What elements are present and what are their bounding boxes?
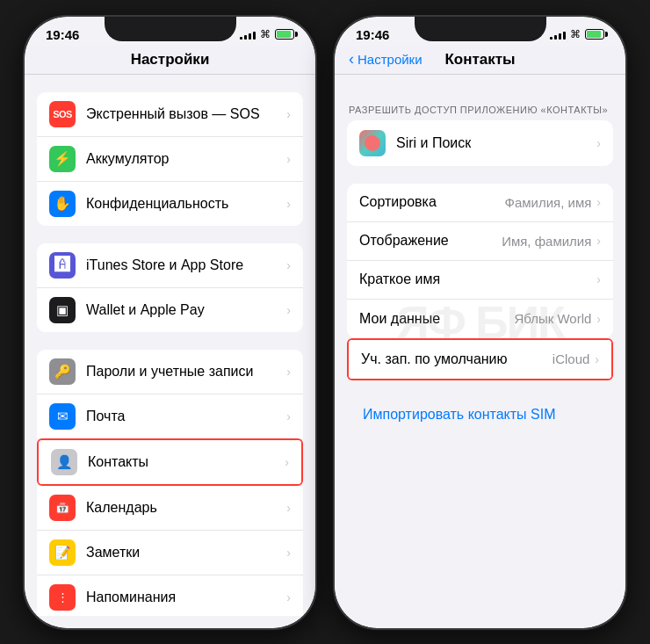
list-group-itunes: 🅰 iTunes Store и App Store › ▣ Wallet и … xyxy=(37,243,303,332)
battery-chevron: › xyxy=(286,152,291,166)
notch-2 xyxy=(415,17,546,41)
status-icons-1: ⌘ xyxy=(240,28,294,40)
default-account-chevron: › xyxy=(595,352,599,366)
list-group-passwords: 🔑 Пароли и учетные записи › ✉ Почта › xyxy=(37,350,303,438)
display-label: Отображение xyxy=(359,233,502,249)
privacy-label: Конфиденциальность xyxy=(86,196,286,212)
phone-2-screen: 19:46 ⌘ ‹ Настройки Контакты xyxy=(335,17,625,628)
status-icons-2: ⌘ xyxy=(550,28,604,40)
list-item-calendar[interactable]: 📅 Календарь › xyxy=(37,486,303,531)
reminders-icon: ⋮ xyxy=(49,584,76,611)
display-chevron: › xyxy=(596,234,601,248)
mail-label: Почта xyxy=(86,409,286,424)
nav-bar-1: Настройки xyxy=(25,46,315,75)
siri-chevron: › xyxy=(596,136,601,150)
default-account-value: iCloud xyxy=(552,351,590,366)
siri-section-label: РАЗРЕШИТЬ ДОСТУП ПРИЛОЖЕНИЮ «КОНТАКТЫ» xyxy=(335,92,625,120)
nav-back-2[interactable]: ‹ Настройки xyxy=(349,50,422,69)
list-item-sort[interactable]: Сортировка Фамилия, имя › xyxy=(347,184,613,222)
calendar-chevron: › xyxy=(286,501,291,515)
contacts-chevron: › xyxy=(285,455,289,469)
phone-1-screen: 19:46 ⌘ Настройки xyxy=(25,17,315,628)
status-time-1: 19:46 xyxy=(46,27,79,42)
sos-icon: SOS xyxy=(49,101,76,127)
import-section: Импортировать контакты SIM xyxy=(335,398,625,431)
sort-label: Сортировка xyxy=(359,194,504,210)
phone-2: 19:46 ⌘ ‹ Настройки Контакты xyxy=(333,15,627,630)
list-item-passwords[interactable]: 🔑 Пароли и учетные записи › xyxy=(37,350,303,394)
list-item-siri[interactable]: Siri и Поиск › xyxy=(347,120,613,166)
list-item-wallet[interactable]: ▣ Wallet и Apple Pay › xyxy=(37,288,303,332)
passwords-label: Пароли и учетные записи xyxy=(86,364,286,380)
privacy-chevron: › xyxy=(286,197,291,211)
wallet-chevron: › xyxy=(286,303,291,317)
list-item-short-name[interactable]: Краткое имя › xyxy=(347,261,613,300)
mail-chevron: › xyxy=(286,409,291,423)
list-group-calendar: 📅 Календарь › 📝 Заметки › ⋮ Напоминания xyxy=(37,486,303,616)
sort-chevron: › xyxy=(596,195,601,209)
settings-items-section: Сортировка Фамилия, имя › Отображение Им… xyxy=(335,184,625,380)
list-item-contacts[interactable]: 👤 Контакты › xyxy=(39,440,301,484)
nav-bar-2: ‹ Настройки Контакты xyxy=(335,46,625,75)
sos-chevron: › xyxy=(286,107,291,121)
default-account-label: Уч. зап. по умолчанию xyxy=(361,351,552,367)
list-item-notes[interactable]: 📝 Заметки › xyxy=(37,531,303,575)
wallet-label: Wallet и Apple Pay xyxy=(86,302,286,318)
my-data-value: Яблык World xyxy=(514,311,591,326)
signal-icon-1 xyxy=(240,29,256,40)
siri-label: Siri и Поиск xyxy=(396,135,596,151)
siri-app-icon xyxy=(359,130,386,156)
battery-icon-2 xyxy=(585,29,604,40)
siri-list: Siri и Поиск › xyxy=(347,120,613,166)
chevron-back-icon: ‹ xyxy=(349,50,354,69)
section-group-3: 🔑 Пароли и учетные записи › ✉ Почта › 👤 xyxy=(25,350,315,616)
default-account-highlighted: Уч. зап. по умолчанию iCloud › xyxy=(347,338,613,380)
short-name-label: Краткое имя xyxy=(359,271,596,287)
itunes-chevron: › xyxy=(286,258,291,272)
list-item-itunes[interactable]: 🅰 iTunes Store и App Store › xyxy=(37,243,303,288)
wifi-icon-1: ⌘ xyxy=(260,28,271,40)
sort-value: Фамилия, имя xyxy=(504,195,591,210)
notes-label: Заметки xyxy=(86,545,286,561)
list-item-privacy[interactable]: ✋ Конфиденциальность › xyxy=(37,182,303,226)
list-item-default-account[interactable]: Уч. зап. по умолчанию iCloud › xyxy=(349,340,611,379)
nav-title-1: Настройки xyxy=(131,51,210,68)
battery-settings-icon: ⚡ xyxy=(49,146,76,172)
wifi-icon-2: ⌘ xyxy=(570,28,581,40)
siri-section: РАЗРЕШИТЬ ДОСТУП ПРИЛОЖЕНИЮ «КОНТАКТЫ» xyxy=(335,92,625,166)
nav-title-2: Контакты xyxy=(444,51,515,69)
list-item-display[interactable]: Отображение Имя, фамилия › xyxy=(347,222,613,261)
battery-label: Аккумулятор xyxy=(86,151,286,167)
phone-1: 19:46 ⌘ Настройки xyxy=(23,15,317,630)
battery-icon-1 xyxy=(275,29,294,40)
mail-icon: ✉ xyxy=(49,403,76,430)
contacts-highlighted-box: 👤 Контакты › xyxy=(37,438,303,486)
status-time-2: 19:46 xyxy=(356,27,389,42)
notes-icon: 📝 xyxy=(49,539,76,566)
passwords-chevron: › xyxy=(286,365,291,379)
contacts-settings-content[interactable]: РАЗРЕШИТЬ ДОСТУП ПРИЛОЖЕНИЮ «КОНТАКТЫ» xyxy=(335,75,625,616)
list-item-sos[interactable]: SOS Экстренный вызов — SOS › xyxy=(37,92,303,137)
import-contacts-link[interactable]: Импортировать контакты SIM xyxy=(349,396,570,432)
svg-point-0 xyxy=(365,135,380,151)
settings-list-1[interactable]: SOS Экстренный вызов — SOS › ⚡ Аккумулят… xyxy=(25,75,315,616)
display-value: Имя, фамилия xyxy=(502,234,591,249)
list-item-my-data[interactable]: Мои данные Яблык World › xyxy=(347,300,613,338)
list-item-battery[interactable]: ⚡ Аккумулятор › xyxy=(37,137,303,182)
contacts-icon: 👤 xyxy=(51,449,77,475)
my-data-label: Мои данные xyxy=(359,311,514,327)
privacy-icon: ✋ xyxy=(49,191,76,217)
list-item-mail[interactable]: ✉ Почта › xyxy=(37,394,303,438)
back-label: Настройки xyxy=(358,52,422,67)
wallet-icon: ▣ xyxy=(49,297,76,323)
calendar-icon: 📅 xyxy=(49,495,76,521)
reminders-chevron: › xyxy=(286,590,291,604)
list-group-sos: SOS Экстренный вызов — SOS › ⚡ Аккумулят… xyxy=(37,92,303,226)
notch-1 xyxy=(105,17,236,41)
short-name-chevron: › xyxy=(596,272,601,286)
signal-icon-2 xyxy=(550,29,566,40)
itunes-icon: 🅰 xyxy=(49,252,76,279)
notes-chevron: › xyxy=(286,546,291,560)
contacts-label: Контакты xyxy=(88,454,285,470)
list-item-reminders[interactable]: ⋮ Напоминания › xyxy=(37,575,303,616)
